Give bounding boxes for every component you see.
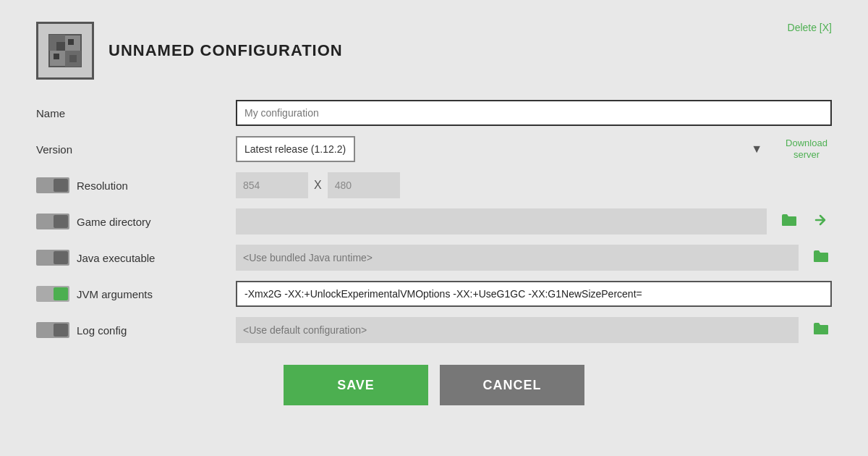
game-directory-toggle[interactable]: [36, 214, 69, 229]
folder-icon-3: [813, 322, 829, 335]
jvm-arguments-toggle[interactable]: [36, 286, 69, 302]
resolution-toggle[interactable]: [36, 177, 69, 193]
toggle-knob-4: [54, 287, 68, 300]
folder-icon: [781, 214, 797, 227]
chevron-down-icon: ▼: [751, 143, 762, 156]
java-executable-label-container: Java executable: [36, 250, 224, 266]
log-config-input[interactable]: [236, 317, 799, 343]
logo-box: [36, 22, 94, 80]
name-label-container: Name: [36, 107, 224, 119]
toggle-knob-3: [54, 251, 68, 264]
toggle-knob: [54, 179, 68, 192]
resolution-label-container: Resolution: [36, 177, 224, 193]
resolution-row: Resolution X: [36, 172, 832, 198]
delete-button[interactable]: Delete [X]: [788, 22, 832, 33]
game-directory-folder-button[interactable]: [778, 214, 800, 230]
version-label-container: Version: [36, 143, 224, 156]
save-button[interactable]: SAVE: [284, 365, 428, 405]
arrow-icon: [814, 214, 829, 227]
game-directory-input[interactable]: [236, 208, 767, 235]
log-config-label: Log config: [77, 324, 127, 337]
game-directory-label-container: Game directory: [36, 214, 224, 229]
game-directory-label: Game directory: [77, 216, 151, 228]
svg-rect-4: [68, 39, 74, 45]
resolution-label: Resolution: [77, 180, 128, 192]
version-select-wrapper: Latest release (1.12.2) Latest snapshot …: [236, 136, 770, 162]
svg-rect-6: [69, 55, 77, 62]
toggle-knob-5: [54, 324, 68, 337]
x-separator: X: [314, 179, 322, 192]
version-row: Version Latest release (1.12.2) Latest s…: [36, 136, 832, 162]
toggle-knob-2: [54, 215, 68, 228]
log-config-folder-button[interactable]: [810, 322, 832, 339]
game-directory-row: Game directory: [36, 208, 832, 235]
java-executable-toggle[interactable]: [36, 250, 69, 266]
folder-icon-2: [813, 250, 829, 263]
resolution-height-input[interactable]: [328, 172, 400, 198]
game-directory-arrow-button[interactable]: [812, 214, 832, 230]
jvm-arguments-input[interactable]: [236, 281, 832, 307]
button-row: SAVE CANCEL: [36, 365, 832, 405]
jvm-arguments-row: JVM arguments: [36, 281, 832, 307]
resolution-inputs: X: [236, 172, 400, 198]
resolution-width-input[interactable]: [236, 172, 308, 198]
name-input[interactable]: [236, 100, 832, 126]
name-row: Name: [36, 100, 832, 126]
svg-rect-5: [54, 54, 59, 59]
log-config-row: Log config: [36, 317, 832, 343]
name-label: Name: [36, 107, 65, 119]
java-executable-input[interactable]: [236, 245, 799, 271]
header: UNNAMED CONFIGURATION Delete [X]: [36, 22, 832, 80]
version-select[interactable]: Latest release (1.12.2) Latest snapshot …: [236, 136, 355, 162]
java-executable-folder-button[interactable]: [810, 250, 832, 266]
log-config-toggle[interactable]: [36, 322, 69, 338]
svg-rect-3: [56, 42, 65, 51]
version-label: Version: [36, 143, 72, 156]
config-title: UNNAMED CONFIGURATION: [109, 41, 343, 60]
java-executable-row: Java executable: [36, 245, 832, 271]
cancel-button[interactable]: CANCEL: [440, 365, 584, 405]
java-executable-label: Java executable: [77, 252, 155, 264]
form-section: Name Version Latest release (1.12.2) Lat…: [36, 100, 832, 343]
logo-icon: [46, 32, 84, 69]
jvm-arguments-label: JVM arguments: [77, 288, 153, 300]
jvm-arguments-label-container: JVM arguments: [36, 286, 224, 302]
log-config-label-container: Log config: [36, 322, 224, 338]
download-server-button[interactable]: Downloadserver: [781, 138, 832, 160]
